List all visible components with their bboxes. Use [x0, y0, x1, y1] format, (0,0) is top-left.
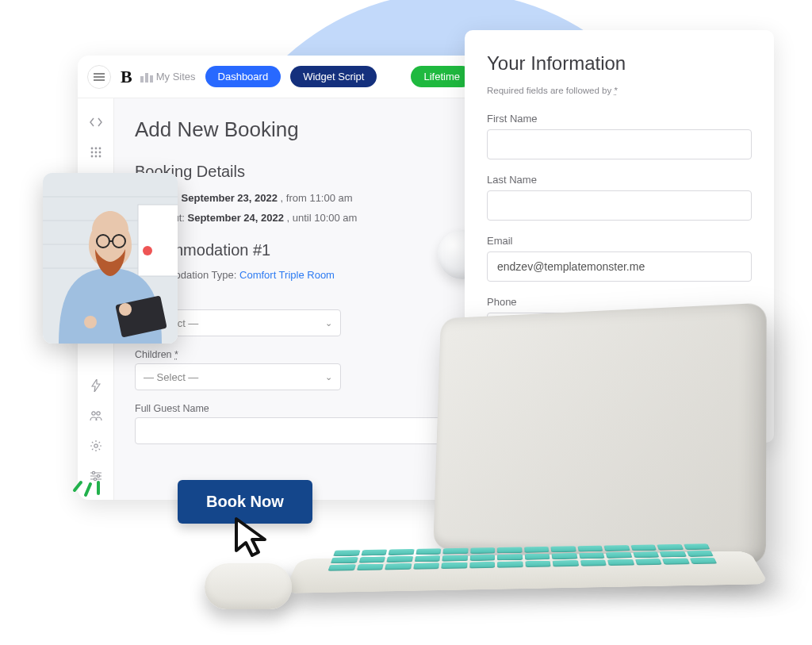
children-label: Children *: [135, 349, 462, 360]
cursor-icon: [232, 516, 274, 562]
users-icon[interactable]: [88, 408, 104, 424]
accommodation-header: Accommodation #1: [135, 241, 462, 259]
svg-point-13: [96, 412, 99, 415]
phone-input[interactable]: [487, 313, 752, 343]
svg-point-30: [119, 303, 132, 316]
lifetime-badge[interactable]: Lifetime: [411, 66, 473, 87]
svg-rect-24: [138, 205, 178, 276]
svg-point-3: [90, 148, 93, 150]
svg-rect-2: [150, 75, 153, 83]
dashboard-tab[interactable]: Dashboard: [205, 66, 282, 87]
svg-rect-0: [140, 76, 144, 83]
logo: B: [121, 67, 131, 87]
checkin-line: Check-in: September 23, 2022 , from 11:0…: [135, 192, 462, 204]
menu-icon[interactable]: [87, 65, 111, 89]
email-label: Email: [487, 235, 752, 247]
code-icon[interactable]: [88, 114, 104, 130]
svg-line-32: [75, 482, 81, 490]
sites-icon: [140, 71, 153, 83]
decorative-marks: [67, 460, 106, 500]
chevron-down-icon: ⌄: [325, 318, 332, 328]
guest-name-label: Full Guest Name: [135, 403, 462, 414]
svg-point-6: [90, 152, 93, 154]
svg-line-33: [86, 484, 90, 495]
bolt-icon[interactable]: [88, 378, 104, 394]
svg-point-8: [98, 152, 101, 154]
email-input[interactable]: [487, 251, 752, 282]
my-sites-label: My Sites: [156, 71, 196, 83]
required-note: Required fields are followed by *: [487, 86, 752, 95]
svg-point-5: [98, 148, 101, 150]
phone-label: Phone: [487, 296, 752, 308]
first-name-input[interactable]: [487, 129, 752, 159]
children-select[interactable]: — Select — ⌄: [135, 363, 341, 390]
extra-input[interactable]: [487, 389, 752, 419]
widget-script-tab[interactable]: Widget Script: [290, 66, 377, 87]
svg-point-7: [94, 152, 97, 154]
svg-point-4: [94, 148, 97, 150]
booking-details-header: Booking Details: [135, 163, 462, 181]
my-sites-link[interactable]: My Sites: [140, 71, 196, 83]
svg-point-31: [84, 316, 97, 328]
grid-icon[interactable]: [88, 144, 104, 160]
svg-point-12: [91, 412, 94, 415]
svg-point-14: [94, 444, 97, 447]
svg-point-9: [90, 155, 93, 158]
first-name-label: First Name: [487, 113, 752, 125]
svg-point-25: [143, 246, 152, 255]
svg-point-10: [94, 155, 97, 158]
gear-icon[interactable]: [88, 438, 104, 454]
last-name-input[interactable]: [487, 190, 752, 221]
last-name-label: Last Name: [487, 174, 752, 186]
dashboard-header: B My Sites Dashboard Widget Script Lifet…: [78, 56, 482, 98]
guest-name-input[interactable]: [135, 417, 462, 444]
user-photo: [43, 173, 178, 344]
svg-point-11: [98, 155, 101, 158]
svg-rect-1: [145, 73, 148, 83]
accommodation-link[interactable]: Comfort Triple Room: [239, 269, 335, 281]
info-panel: Your Information Required fields are fol…: [465, 30, 774, 443]
adults-label: Adults *: [135, 295, 462, 306]
checkout-line: Check-out: September 24, 2022 , until 10…: [135, 212, 462, 224]
accommodation-type: Accommodation Type: Comfort Triple Room: [135, 269, 462, 281]
chevron-down-icon: ⌄: [325, 372, 332, 382]
page-title: Add New Booking: [135, 117, 462, 142]
info-title: Your Information: [487, 52, 752, 75]
decorative-mouse: [205, 563, 292, 609]
